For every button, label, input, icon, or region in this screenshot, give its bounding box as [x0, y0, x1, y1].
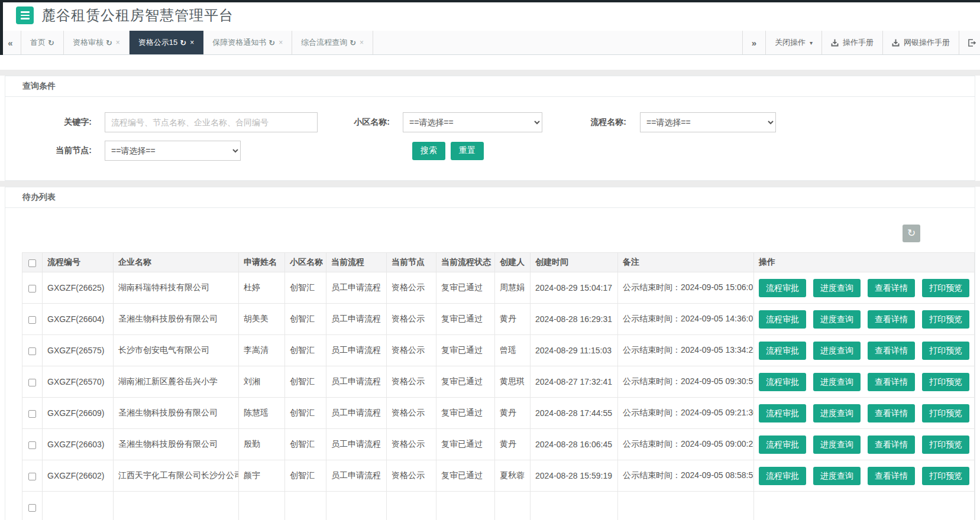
- print-preview-button[interactable]: 打印预览: [922, 404, 969, 422]
- process-select[interactable]: ==请选择==: [640, 112, 776, 132]
- tab-refresh-icon[interactable]: ↻: [180, 38, 186, 47]
- cell-creator: 夏秋蓉: [495, 460, 531, 492]
- progress-query-button[interactable]: 进度查询: [813, 310, 861, 329]
- cell-process-code: GXGZF(26604): [43, 304, 114, 335]
- tab-资格审核[interactable]: 资格审核↻×: [64, 31, 130, 54]
- cell-applicant-name: 李嵩清: [239, 335, 285, 366]
- cell-process-code: GXGZF(26570): [43, 366, 114, 398]
- cell-community-name: [285, 492, 326, 520]
- flow-approve-button[interactable]: 流程审批: [759, 467, 806, 485]
- progress-query-button[interactable]: 进度查询: [813, 436, 861, 454]
- cell-community-name: 创智汇: [285, 335, 326, 366]
- view-detail-button[interactable]: 查看详情: [868, 467, 915, 485]
- view-detail-button[interactable]: 查看详情: [868, 373, 915, 391]
- cell-community-name: 创智汇: [285, 460, 326, 492]
- window-top-edge: [0, 0, 980, 2]
- cell-community-name: 创智汇: [285, 429, 326, 460]
- view-detail-button[interactable]: 查看详情: [868, 310, 915, 329]
- process-label: 流程名称:: [542, 117, 626, 128]
- cell-created-time: 2024-08-28 17:44:55: [531, 398, 618, 429]
- manual-label: 操作手册: [843, 37, 874, 48]
- content-area: 查询条件 关键字: 小区名称: ==请选择== 流程名称: ==请选择== 当前…: [0, 55, 980, 520]
- flow-approve-button[interactable]: 流程审批: [759, 436, 806, 454]
- chevron-double-left-icon: «: [8, 38, 12, 48]
- flow-approve-button[interactable]: 流程审批: [759, 404, 806, 422]
- cell-current-flow: 员工申请流程: [326, 304, 387, 335]
- table-row: GXGZF(26575) 长沙市创安电气有限公司 李嵩清 创智汇 员工申请流程 …: [22, 335, 975, 366]
- print-preview-button[interactable]: 打印预览: [922, 467, 969, 485]
- tab-label: 保障资格通知书: [212, 37, 266, 48]
- tab-综合流程查询[interactable]: 综合流程查询↻×: [292, 31, 373, 54]
- print-preview-button[interactable]: 打印预览: [922, 310, 969, 329]
- view-detail-button[interactable]: 查看详情: [868, 279, 915, 297]
- print-preview-button[interactable]: 打印预览: [922, 342, 969, 360]
- progress-query-button[interactable]: 进度查询: [813, 404, 861, 422]
- cell-remark: 公示结束时间：2024-09-05 09:00:21: [618, 429, 754, 460]
- reset-button[interactable]: 重置: [451, 142, 484, 160]
- bank-manual-download-link[interactable]: 网银操作手册: [882, 31, 959, 54]
- tab-保障资格通知书[interactable]: 保障资格通知书↻×: [203, 31, 292, 54]
- row-checkbox[interactable]: [28, 441, 36, 449]
- row-checkbox[interactable]: [28, 347, 36, 355]
- print-preview-button[interactable]: 打印预览: [922, 279, 969, 297]
- row-actions: [754, 492, 975, 520]
- progress-query-button[interactable]: 进度查询: [813, 373, 861, 391]
- view-detail-button[interactable]: 查看详情: [868, 342, 915, 360]
- keyword-input[interactable]: [105, 112, 318, 132]
- scroll-tabs-right-button[interactable]: »: [742, 31, 765, 54]
- progress-query-button[interactable]: 进度查询: [813, 279, 861, 297]
- close-operations-dropdown[interactable]: 关闭操作 ▾: [765, 31, 821, 54]
- tab-首页[interactable]: 首页↻: [21, 31, 64, 54]
- column-header: 当前流程: [326, 253, 387, 272]
- select-all-checkbox[interactable]: [28, 259, 36, 267]
- row-checkbox[interactable]: [28, 285, 36, 292]
- tab-refresh-icon[interactable]: ↻: [106, 38, 112, 47]
- row-actions: 流程审批进度查询查看详情打印预览: [754, 304, 975, 335]
- refresh-list-button[interactable]: ↻: [903, 225, 920, 242]
- cell-current-node: [387, 492, 436, 520]
- tab-close-icon[interactable]: ×: [360, 38, 364, 47]
- tab-bar: « 首页↻ 资格审核↻× 资格公示15↻× 保障资格通知书↻× 综合流程查询↻×…: [0, 31, 980, 55]
- cell-company-name: [114, 492, 239, 520]
- flow-approve-button[interactable]: 流程审批: [759, 279, 806, 297]
- tab-close-icon[interactable]: ×: [116, 38, 120, 47]
- flow-approve-button[interactable]: 流程审批: [759, 310, 806, 329]
- view-detail-button[interactable]: 查看详情: [868, 436, 915, 454]
- view-detail-button[interactable]: 查看详情: [868, 404, 915, 422]
- section-divider: [0, 70, 980, 76]
- cell-current-node: 资格公示: [387, 398, 436, 429]
- node-select[interactable]: ==请选择==: [105, 141, 241, 161]
- tab-close-icon[interactable]: ×: [190, 38, 194, 47]
- search-button[interactable]: 搜索: [412, 142, 445, 160]
- row-checkbox[interactable]: [28, 504, 36, 512]
- flow-approve-button[interactable]: 流程审批: [759, 342, 806, 360]
- logout-button[interactable]: [959, 31, 980, 54]
- progress-query-button[interactable]: 进度查询: [813, 467, 861, 485]
- print-preview-button[interactable]: 打印预览: [922, 373, 969, 391]
- flow-approve-button[interactable]: 流程审批: [759, 373, 806, 391]
- row-checkbox[interactable]: [28, 410, 36, 418]
- todo-table-body: GXGZF(26625) 湖南科瑞特科技有限公司 杜婷 创智汇 员工申请流程 资…: [22, 272, 975, 520]
- cell-created-time: 2024-08-27 17:32:41: [531, 366, 618, 398]
- manual-download-link[interactable]: 操作手册: [821, 31, 882, 54]
- tab-close-icon[interactable]: ×: [279, 38, 283, 47]
- tab-refresh-icon[interactable]: ↻: [269, 38, 275, 47]
- row-checkbox[interactable]: [28, 473, 36, 480]
- window-left-edge: [0, 0, 3, 55]
- cell-process-code: GXGZF(26625): [43, 272, 114, 304]
- print-preview-button[interactable]: 打印预览: [922, 436, 969, 454]
- progress-query-button[interactable]: 进度查询: [813, 342, 861, 360]
- row-checkbox[interactable]: [28, 316, 36, 324]
- scroll-tabs-left-button[interactable]: «: [0, 31, 21, 54]
- row-checkbox[interactable]: [28, 379, 36, 386]
- cell-remark: 公示结束时间：2024-09-05 13:34:22: [618, 335, 754, 366]
- community-select[interactable]: ==请选择==: [403, 112, 542, 132]
- column-header: 操作: [754, 253, 975, 272]
- tab-refresh-icon[interactable]: ↻: [48, 38, 54, 47]
- row-actions: 流程审批进度查询查看详情打印预览: [754, 335, 975, 366]
- cell-created-time: 2024-08-28 15:59:19: [531, 460, 618, 492]
- tab-资格公示15[interactable]: 资格公示15↻×: [130, 31, 203, 54]
- tab-refresh-icon[interactable]: ↻: [350, 38, 356, 47]
- column-header: 创建人: [495, 253, 531, 272]
- menu-toggle-button[interactable]: [16, 6, 34, 24]
